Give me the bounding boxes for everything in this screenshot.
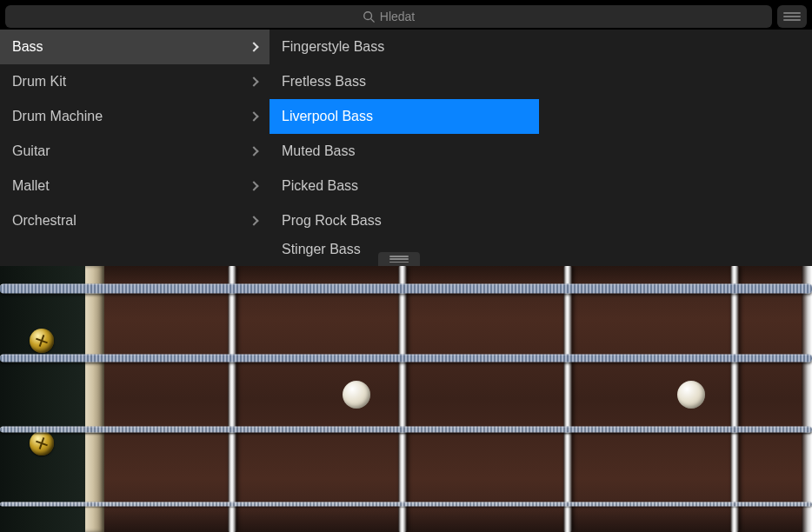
category-label: Guitar (12, 143, 50, 159)
bass-fretboard[interactable] (0, 266, 812, 532)
search-icon (363, 10, 375, 23)
preset-label: Fretless Bass (282, 74, 366, 90)
fret (563, 266, 572, 532)
search-input[interactable]: Hledat (5, 5, 772, 28)
category-guitar[interactable]: Guitar (0, 134, 270, 169)
category-bass[interactable]: Bass (0, 30, 270, 64)
nut (85, 266, 104, 532)
chevron-right-icon (249, 76, 258, 86)
preset-prog-rock-bass[interactable]: Prog Rock Bass (270, 203, 539, 238)
chevron-right-icon (249, 181, 258, 190)
drag-icon (783, 12, 801, 21)
preset-label: Prog Rock Bass (282, 213, 382, 229)
fret (228, 266, 236, 532)
preset-label: Liverpool Bass (282, 109, 373, 124)
screw-icon (30, 431, 54, 456)
fret (398, 266, 407, 532)
search-placeholder: Hledat (380, 10, 415, 23)
fret-marker-dot (343, 381, 370, 409)
category-mallet[interactable]: Mallet (0, 169, 270, 203)
chevron-right-icon (249, 42, 258, 51)
category-label: Mallet (12, 178, 50, 194)
preset-fretless-bass[interactable]: Fretless Bass (270, 64, 539, 99)
preset-label: Fingerstyle Bass (282, 39, 384, 55)
preset-picked-bass[interactable]: Picked Bass (270, 169, 539, 203)
preset-label: Muted Bass (282, 143, 355, 159)
category-orchestral[interactable]: Orchestral (0, 203, 270, 238)
screw-icon (30, 329, 54, 353)
fret (802, 266, 812, 532)
preset-label: Picked Bass (282, 178, 358, 194)
svg-line-1 (370, 19, 374, 23)
headstock (0, 266, 85, 532)
chevron-right-icon (249, 111, 258, 121)
category-label: Orchestral (12, 213, 77, 229)
fret (730, 266, 739, 532)
category-label: Bass (12, 39, 43, 55)
category-drum-machine[interactable]: Drum Machine (0, 99, 270, 134)
preset-fingerstyle-bass[interactable]: Fingerstyle Bass (270, 30, 539, 64)
category-label: Drum Machine (12, 109, 103, 124)
fret-marker-dot (677, 381, 705, 409)
chevron-right-icon (249, 216, 258, 225)
preset-muted-bass[interactable]: Muted Bass (270, 134, 539, 169)
preset-label: Stinger Bass (282, 242, 361, 257)
chevron-right-icon (249, 146, 258, 156)
category-drum-kit[interactable]: Drum Kit (0, 64, 270, 99)
browser-resize-handle[interactable] (378, 252, 420, 266)
category-label: Drum Kit (12, 74, 66, 90)
panel-drag-handle[interactable] (777, 5, 807, 28)
drag-icon (389, 256, 409, 263)
preset-liverpool-bass[interactable]: Liverpool Bass (270, 99, 539, 134)
fretboard-surface[interactable] (104, 266, 812, 532)
